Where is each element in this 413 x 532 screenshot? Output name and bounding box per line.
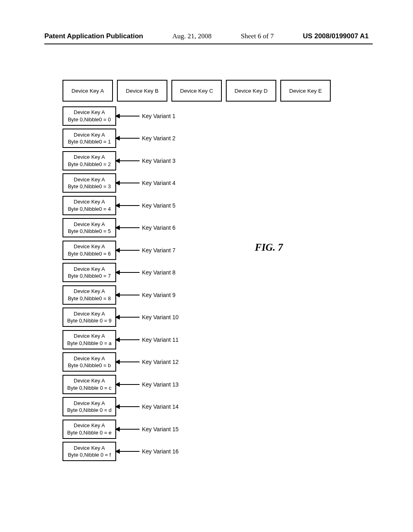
variant-box-line1: Device Key A bbox=[74, 131, 105, 139]
variant-box: Device Key AByte 0,Nibble 0 = a bbox=[63, 330, 116, 349]
sheet-number: Sheet 6 of 7 bbox=[241, 32, 274, 40]
arrow-left-icon bbox=[115, 272, 140, 273]
variant-label: Key Variant 8 bbox=[142, 269, 175, 276]
variant-box-line1: Device Key A bbox=[74, 266, 105, 273]
variant-label: Key Variant 7 bbox=[142, 247, 175, 254]
variant-label: Key Variant 5 bbox=[142, 202, 175, 209]
variant-box-line1: Device Key A bbox=[74, 400, 105, 407]
variant-box: Device Key AByte 0,Nibble0 = 3 bbox=[63, 173, 116, 193]
variant-box-line2: Byte 0,Nibble0 = 2 bbox=[68, 161, 111, 168]
variant-box-line2: Byte 0,Nibble 0 = f bbox=[68, 451, 111, 459]
variant-box-line2: Byte 0,Nibble0 = 1 bbox=[68, 138, 111, 145]
variant-box: Device Key AByte 0,Nibble0 = 7 bbox=[63, 263, 116, 282]
variant-box: Device Key AByte 0,Nibble 0 = d bbox=[63, 397, 116, 416]
variant-box-line1: Device Key A bbox=[74, 310, 105, 318]
variant-row: Device Key AByte 0,Nibble0 = bKey Varian… bbox=[63, 351, 331, 374]
variant-box: Device Key AByte 0,Nibble 0 = c bbox=[63, 375, 116, 394]
variant-box-line1: Device Key A bbox=[74, 445, 105, 452]
variant-list: Device Key AByte 0,Nibble0 = 0Key Varian… bbox=[63, 105, 331, 463]
arrow-left-icon bbox=[115, 250, 140, 251]
variant-label: Key Variant 9 bbox=[142, 292, 175, 298]
variant-label: Key Variant 13 bbox=[142, 381, 179, 388]
figure-diagram: Device Key A Device Key B Device Key C D… bbox=[63, 80, 331, 463]
arrow-left-icon bbox=[115, 205, 140, 206]
variant-row: Device Key AByte 0,Nibble0 = 3Key Varian… bbox=[63, 172, 331, 195]
variant-row: Device Key AByte 0,Nibble0 = 6Key Varian… bbox=[63, 239, 331, 262]
arrow-left-icon bbox=[115, 429, 140, 430]
variant-box: Device Key AByte 0,Nibble0 = 2 bbox=[63, 151, 116, 170]
variant-box-line1: Device Key A bbox=[74, 355, 105, 362]
figure-label: FIG. 7 bbox=[255, 242, 283, 253]
arrow-left-icon bbox=[115, 384, 140, 385]
variant-box-line2: Byte 0,Nibble 0 = 9 bbox=[67, 317, 111, 324]
device-key-box: Device Key D bbox=[226, 80, 276, 102]
variant-label: Key Variant 12 bbox=[142, 359, 179, 365]
arrow-left-icon bbox=[115, 138, 140, 139]
device-key-box: Device Key E bbox=[280, 80, 331, 102]
variant-box: Device Key AByte 0,Nibble 0 = e bbox=[63, 420, 116, 439]
variant-box-line2: Byte 0,Nibble0 = 0 bbox=[68, 116, 111, 123]
arrow-left-icon bbox=[115, 183, 140, 183]
variant-label: Key Variant 11 bbox=[142, 337, 179, 343]
variant-row: Device Key AByte 0,Nibble0 = 8Key Varian… bbox=[63, 284, 331, 306]
variant-label: Key Variant 16 bbox=[142, 448, 179, 455]
variant-label: Key Variant 4 bbox=[142, 180, 175, 186]
device-key-box: Device Key A bbox=[63, 80, 113, 102]
variant-box-line1: Device Key A bbox=[74, 198, 105, 206]
variant-box: Device Key AByte 0,Nibble 0 = f bbox=[63, 442, 116, 461]
variant-box-line1: Device Key A bbox=[74, 422, 105, 429]
variant-box-line1: Device Key A bbox=[74, 332, 105, 340]
variant-box: Device Key AByte 0,Nibble 0 = 9 bbox=[63, 308, 116, 327]
variant-box-line1: Device Key A bbox=[74, 154, 105, 161]
variant-box: Device Key AByte 0,Nibble0 = 6 bbox=[63, 241, 116, 260]
device-key-box: Device Key C bbox=[171, 80, 222, 102]
arrow-left-icon bbox=[115, 116, 140, 116]
variant-label: Key Variant 6 bbox=[142, 224, 175, 231]
variant-row: Device Key AByte 0,Nibble0 = 7Key Varian… bbox=[63, 262, 331, 284]
variant-row: Device Key AByte 0,Nibble0 = 0Key Varian… bbox=[63, 105, 331, 127]
variant-box-line2: Byte 0,Nibble0 = 3 bbox=[68, 183, 111, 190]
variant-row: Device Key AByte 0,Nibble0 = 2Key Varian… bbox=[63, 150, 331, 172]
variant-row: Device Key AByte 0,Nibble0 = 5Key Varian… bbox=[63, 217, 331, 239]
variant-box-line1: Device Key A bbox=[74, 288, 105, 295]
arrow-left-icon bbox=[115, 295, 140, 295]
device-key-row: Device Key A Device Key B Device Key C D… bbox=[63, 80, 331, 102]
arrow-left-icon bbox=[115, 451, 140, 452]
variant-box-line1: Device Key A bbox=[74, 243, 105, 250]
variant-box-line1: Device Key A bbox=[74, 109, 105, 116]
variant-box-line1: Device Key A bbox=[74, 176, 105, 183]
variant-box: Device Key AByte 0,Nibble0 = 1 bbox=[63, 129, 116, 148]
arrow-left-icon bbox=[115, 362, 140, 362]
variant-label: Key Variant 10 bbox=[142, 314, 179, 320]
arrow-left-icon bbox=[115, 227, 140, 228]
arrow-left-icon bbox=[115, 339, 140, 340]
variant-box: Device Key AByte 0,Nibble0 = 4 bbox=[63, 196, 116, 215]
variant-box-line2: Byte 0,Nibble 0 = c bbox=[67, 384, 111, 392]
variant-box-line2: Byte 0,Nibble0 = b bbox=[68, 362, 111, 369]
publication-date: Aug. 21, 2008 bbox=[172, 32, 211, 40]
variant-box-line2: Byte 0,Nibble 0 = a bbox=[67, 340, 111, 347]
variant-label: Key Variant 1 bbox=[142, 113, 175, 119]
variant-label: Key Variant 3 bbox=[142, 158, 175, 164]
variant-row: Device Key AByte 0,Nibble 0 = dKey Varia… bbox=[63, 396, 331, 418]
variant-box: Device Key AByte 0,Nibble0 = b bbox=[63, 352, 116, 372]
arrow-left-icon bbox=[115, 160, 140, 161]
variant-row: Device Key AByte 0,Nibble 0 = 9Key Varia… bbox=[63, 306, 331, 329]
arrow-left-icon bbox=[115, 317, 140, 318]
variant-row: Device Key AByte 0,Nibble0 = 4Key Varian… bbox=[63, 194, 331, 217]
variant-row: Device Key AByte 0,Nibble0 = 1Key Varian… bbox=[63, 127, 331, 150]
variant-box-line2: Byte 0,Nibble 0 = d bbox=[67, 407, 111, 414]
variant-row: Device Key AByte 0,Nibble 0 = cKey Varia… bbox=[63, 373, 331, 396]
variant-box-line2: Byte 0,Nibble0 = 6 bbox=[68, 250, 111, 258]
publication-label: Patent Application Publication bbox=[44, 32, 143, 40]
page-header: Patent Application Publication Aug. 21, … bbox=[44, 32, 369, 40]
variant-box-line1: Device Key A bbox=[74, 377, 105, 384]
publication-number: US 2008/0199007 A1 bbox=[303, 32, 369, 40]
variant-label: Key Variant 2 bbox=[142, 135, 175, 141]
variant-box-line2: Byte 0,Nibble 0 = e bbox=[67, 429, 111, 436]
variant-box-line2: Byte 0,Nibble0 = 4 bbox=[68, 206, 111, 213]
device-key-box: Device Key B bbox=[117, 80, 167, 102]
variant-row: Device Key AByte 0,Nibble 0 = fKey Varia… bbox=[63, 441, 331, 463]
header-rule bbox=[44, 44, 373, 44]
variant-box-line1: Device Key A bbox=[74, 221, 105, 228]
